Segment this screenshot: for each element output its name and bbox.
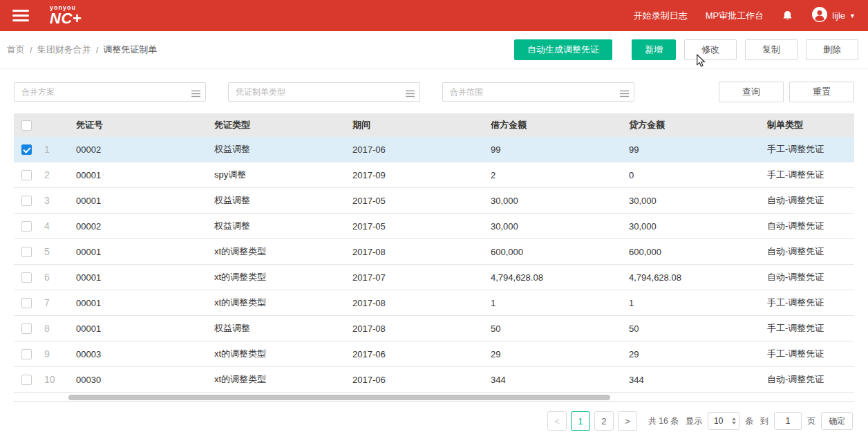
cell-doc-type: 自动-调整凭证 (767, 373, 854, 386)
page-button-1[interactable]: 1 (571, 411, 590, 431)
table-row[interactable]: 8 00001 权益调整 2017-08 50 50 手工-调整凭证 (14, 316, 854, 341)
row-checkbox[interactable] (21, 272, 32, 283)
cell-voucher-no: 00002 (76, 144, 214, 155)
display-label: 显示 (686, 415, 702, 427)
select-all-checkbox[interactable] (21, 120, 32, 131)
page-label: 页 (807, 415, 815, 427)
reference-picker-icon[interactable] (191, 88, 200, 100)
table-row[interactable]: 1 00002 权益调整 2017-06 99 99 手工-调整凭证 (14, 137, 854, 162)
cell-debit: 2 (491, 170, 629, 180)
cell-voucher-no: 00001 (76, 247, 214, 257)
table-row[interactable]: 4 00002 权益调整 2017-05 30,000 30,000 自动-调整… (14, 214, 854, 239)
cell-voucher-type: xt的调整类型 (214, 297, 352, 309)
cell-voucher-no: 00001 (76, 196, 214, 206)
stepper-arrows-icon (732, 417, 736, 424)
cell-period: 2017-06 (352, 144, 491, 155)
row-checkbox[interactable] (21, 196, 32, 206)
cell-credit: 0 (629, 170, 767, 180)
table-row[interactable]: 2 00001 spy调整 2017-09 2 0 手工-调整凭证 (14, 162, 854, 188)
copy-button[interactable]: 复制 (745, 39, 798, 60)
merge-scope-input[interactable] (442, 82, 634, 102)
cell-doc-type: 手工-调整凭证 (767, 169, 854, 181)
cell-debit: 30,000 (491, 196, 629, 206)
cell-doc-type: 自动-调整凭证 (767, 220, 854, 232)
auto-generate-voucher-button[interactable]: 自动生成调整凭证 (514, 39, 612, 60)
row-checkbox[interactable] (21, 170, 32, 180)
row-index: 9 (44, 348, 76, 359)
column-header-debit: 借方金额 (491, 119, 629, 131)
menu-icon[interactable] (12, 7, 29, 24)
row-index: 6 (44, 272, 76, 283)
row-index: 1 (44, 144, 76, 155)
table-row[interactable]: 5 00001 xt的调整类型 2017-08 600,000 600,000 … (14, 239, 854, 265)
table-header-row: 凭证号 凭证类型 期间 借方金额 贷方金额 制单类型 (14, 113, 854, 137)
voucher-doc-type-input[interactable] (228, 82, 420, 102)
reference-picker-icon[interactable] (406, 88, 415, 100)
page-size-select[interactable]: 10 (708, 412, 739, 430)
next-page-button[interactable]: > (618, 411, 637, 431)
top-header: yonyou NC+ 开始录制日志 MP审批工作台 lijle ▼ (0, 0, 868, 31)
reference-picker-icon[interactable] (620, 88, 629, 100)
unit-label: 条 (745, 415, 753, 427)
confirm-button[interactable]: 确定 (821, 412, 853, 430)
filter-bar: 查询 重置 (14, 82, 854, 102)
row-checkbox[interactable] (21, 144, 32, 155)
cell-voucher-no: 00001 (76, 170, 214, 180)
merge-plan-input[interactable] (14, 82, 206, 102)
delete-button[interactable]: 删除 (806, 39, 858, 60)
cell-period: 2017-08 (352, 298, 491, 308)
cell-debit: 99 (491, 144, 629, 155)
cell-voucher-no: 00003 (76, 349, 214, 359)
cell-doc-type: 自动-调整凭证 (767, 245, 854, 258)
table-row[interactable]: 9 00003 xt的调整类型 2017-06 29 29 手工-调整凭证 (14, 341, 854, 367)
horizontal-scrollbar[interactable] (14, 395, 854, 402)
toolbar: 自动生成调整凭证 新增 修改 复制 删除 (514, 39, 858, 60)
scrollbar-thumb[interactable] (68, 395, 610, 400)
table-row[interactable]: 10 00030 xt的调整类型 2017-06 344 344 自动-调整凭证 (14, 367, 854, 393)
edit-button[interactable]: 修改 (684, 39, 737, 60)
table-row[interactable]: 7 00001 xt的调整类型 2017-08 1 1 手工-调整凭证 (14, 290, 854, 316)
row-checkbox[interactable] (21, 323, 32, 334)
reset-button[interactable]: 重置 (789, 82, 854, 102)
cell-period: 2017-06 (352, 349, 491, 359)
table-row[interactable]: 6 00001 xt的调整类型 2017-07 4,794,628.08 4,7… (14, 265, 854, 290)
row-index: 3 (44, 195, 76, 206)
prev-page-button[interactable]: < (547, 411, 567, 431)
username: lijle (832, 10, 845, 21)
filter-merge-scope (442, 82, 634, 102)
cell-voucher-type: xt的调整类型 (214, 373, 352, 386)
cell-period: 2017-09 (352, 170, 491, 180)
user-menu[interactable]: lijle ▼ (811, 6, 856, 25)
cell-period: 2017-07 (352, 272, 491, 283)
row-checkbox[interactable] (21, 349, 32, 359)
cell-voucher-type: 权益调整 (214, 143, 352, 156)
avatar-icon (811, 6, 828, 25)
main-content: 查询 重置 凭证号 凭证类型 期间 借方金额 贷方金额 制单类型 1 00002… (0, 69, 868, 431)
row-checkbox[interactable] (21, 375, 32, 385)
table-body: 1 00002 权益调整 2017-06 99 99 手工-调整凭证 2 000… (14, 137, 854, 393)
table-row[interactable]: 3 00001 权益调整 2017-05 30,000 30,000 自动-调整… (14, 188, 854, 214)
chevron-down-icon: ▼ (849, 12, 856, 19)
column-header-period: 期间 (352, 119, 491, 131)
goto-page-input[interactable] (774, 412, 802, 430)
cell-period: 2017-08 (352, 247, 491, 257)
cell-doc-type: 自动-调整凭证 (767, 271, 854, 283)
cell-voucher-type: 权益调整 (214, 194, 352, 207)
breadcrumb-group-finance[interactable]: 集团财务合并 (37, 44, 91, 56)
breadcrumb-home[interactable]: 首页 (7, 44, 25, 56)
page-button-2[interactable]: 2 (594, 411, 614, 431)
add-button[interactable]: 新增 (632, 39, 676, 60)
notification-bell-icon[interactable] (782, 10, 793, 22)
breadcrumb-toolbar-row: 首页 / 集团财务合并 / 调整凭证制单 自动生成调整凭证 新增 修改 复制 删… (0, 31, 868, 69)
cell-doc-type: 手工-调整凭证 (767, 348, 854, 360)
cell-debit: 29 (491, 349, 629, 359)
breadcrumb: 首页 / 集团财务合并 / 调整凭证制单 (7, 44, 157, 56)
cell-credit: 4,794,628.08 (629, 272, 767, 283)
nav-start-recording-log[interactable]: 开始录制日志 (634, 10, 688, 22)
nav-mp-approval-workbench[interactable]: MP审批工作台 (706, 10, 764, 22)
row-checkbox[interactable] (21, 247, 32, 257)
row-checkbox[interactable] (21, 221, 32, 232)
query-button[interactable]: 查询 (719, 82, 784, 102)
cell-voucher-type: xt的调整类型 (214, 245, 352, 258)
row-checkbox[interactable] (21, 298, 32, 308)
